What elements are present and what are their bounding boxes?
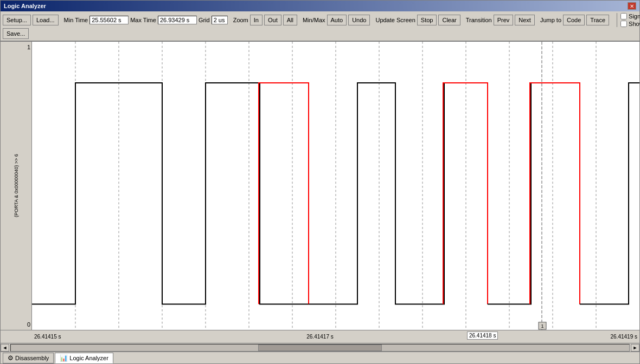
scrollbar-area: ◄ ►: [1, 343, 639, 352]
update-label: Update Screen: [375, 17, 415, 23]
tab-logic-analyzer[interactable]: 📊 Logic Analyzer: [55, 353, 113, 363]
transition-label: Transition: [466, 17, 492, 23]
x-label-right: 26.41419 s: [611, 334, 638, 340]
scroll-left-button[interactable]: ◄: [1, 344, 9, 352]
stop-button[interactable]: Stop: [417, 15, 437, 25]
x-label-mid: 26.41417 s: [306, 334, 334, 340]
zoom-label: Zoom: [233, 17, 248, 23]
signal-info-label: Signal Info: [629, 13, 640, 20]
trace-button[interactable]: Trace: [586, 15, 609, 25]
zoom-in-button[interactable]: In: [250, 15, 263, 25]
min-time-value: 25.55602 s: [89, 16, 129, 24]
info-group: Signal Info Show Cycles: [617, 13, 640, 27]
tab-logic-analyzer-label: Logic Analyzer: [69, 355, 108, 361]
scroll-thumb[interactable]: [258, 344, 382, 351]
zoom-out-button[interactable]: Out: [264, 15, 281, 25]
x-label-left: 26.41415 s: [34, 334, 61, 340]
grid-value: 2 us: [212, 16, 228, 24]
y-axis-label: (PORTA & 0x00000040) >> 6: [2, 50, 30, 321]
close-button[interactable]: ✕: [628, 2, 636, 10]
save-button[interactable]: Save...: [3, 28, 29, 39]
main-area: 1 (PORTA & 0x00000040) >> 6 0: [1, 42, 639, 330]
show-cycles-label: Show Cycles: [629, 21, 640, 27]
min-time-label: Min Time: [64, 17, 88, 23]
auto-button[interactable]: Auto: [327, 15, 347, 25]
signal-info-checkbox[interactable]: [620, 13, 627, 20]
main-window: Logic Analyzer ✕ Setup... Load... Min Ti…: [0, 0, 640, 364]
bottom-tab-bar: ⚙ Disassembly 📊 Logic Analyzer: [1, 352, 639, 363]
grid-label: Grid: [199, 17, 210, 23]
signal-info-row: Signal Info: [620, 13, 640, 20]
load-button[interactable]: Load...: [33, 15, 59, 25]
undo-button[interactable]: Undo: [348, 15, 370, 25]
plot-area[interactable]: 1: [32, 42, 639, 330]
max-time-label: Max Time: [130, 17, 156, 23]
show-cycles-checkbox[interactable]: [620, 21, 627, 27]
horizontal-scrollbar[interactable]: [10, 344, 630, 352]
cursor-time-box: 26.41418 s: [467, 332, 498, 340]
toolbar-row1: Setup... Load... Min Time 25.55602 s Max…: [3, 12, 637, 28]
y-top-label: 1: [2, 44, 30, 50]
max-time-value: 26.93429 s: [158, 16, 197, 24]
scroll-right-button[interactable]: ►: [631, 344, 639, 352]
setup-button[interactable]: Setup...: [3, 15, 31, 25]
toolbar-row2: Save...: [3, 28, 637, 40]
title-bar: Logic Analyzer ✕: [1, 1, 639, 11]
show-cycles-row: Show Cycles: [620, 21, 640, 27]
next-button[interactable]: Next: [515, 15, 535, 25]
tab-disassembly[interactable]: ⚙ Disassembly: [3, 353, 54, 363]
prev-button[interactable]: Prev: [494, 15, 514, 25]
clear-button[interactable]: Clear: [438, 15, 460, 25]
window-title: Logic Analyzer: [4, 3, 46, 9]
toolbar: Setup... Load... Min Time 25.55602 s Max…: [1, 11, 639, 42]
svg-text:1: 1: [541, 323, 543, 329]
signal-plot: 1: [32, 42, 639, 330]
x-axis: 26.41415 s 26.41417 s 26.41418 s 26.4141…: [1, 330, 639, 343]
y-bottom-label: 0: [2, 321, 30, 328]
minmax-label: Min/Max: [303, 17, 325, 23]
disassembly-icon: ⚙: [8, 354, 14, 362]
tab-disassembly-label: Disassembly: [15, 355, 49, 361]
zoom-all-button[interactable]: All: [283, 15, 297, 25]
code-button[interactable]: Code: [563, 15, 585, 25]
jump-label: Jump to: [540, 17, 561, 23]
cursor-time-value: 26.41418 s: [467, 332, 498, 340]
y-axis: 1 (PORTA & 0x00000040) >> 6 0: [1, 42, 32, 330]
logic-analyzer-icon: 📊: [60, 354, 68, 362]
